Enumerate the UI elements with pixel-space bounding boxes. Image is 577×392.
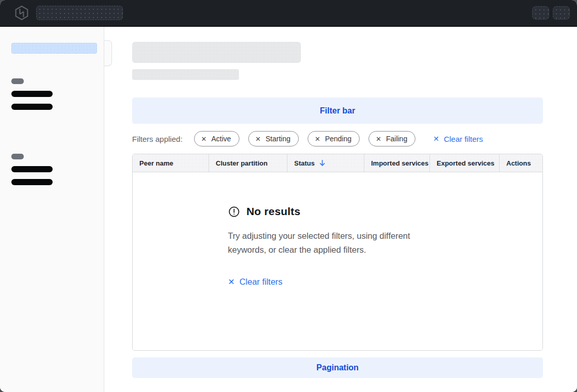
column-header-peer-name[interactable]: Peer name [133, 154, 209, 172]
empty-state-title: No results [247, 205, 301, 218]
main-content: Filter bar Filters applied: ✕ Active ✕ S… [104, 27, 577, 392]
filter-pill-active[interactable]: ✕ Active [194, 131, 239, 146]
pagination-label: Pagination [316, 363, 359, 372]
filter-pill-label: Pending [325, 135, 351, 143]
hashicorp-logo-icon [13, 5, 30, 21]
filter-pill-starting[interactable]: ✕ Starting [248, 131, 299, 146]
table-header-row: Peer name Cluster partition Status [133, 154, 542, 172]
user-menu-placeholder [553, 6, 570, 20]
dismiss-icon: ✕ [376, 136, 381, 142]
page-subtitle-skeleton [132, 69, 239, 80]
sidebar-active-item-skeleton [11, 43, 97, 54]
sort-descending-icon [319, 159, 326, 167]
filter-bar-placeholder: Filter bar [132, 97, 543, 124]
sidebar-nav-item-skeleton [11, 166, 53, 172]
column-header-exported-services[interactable]: Exported services [430, 154, 500, 172]
column-header-actions: Actions [500, 154, 542, 172]
page-title-skeleton [132, 42, 301, 63]
filter-pill-label: Failing [386, 135, 407, 143]
help-button-placeholder [532, 6, 549, 20]
column-header-cluster-partition[interactable]: Cluster partition [209, 154, 287, 172]
table-body: No results Try adjusting your selected f… [133, 172, 542, 350]
clear-filters-button[interactable]: ✕ Clear filters [433, 135, 483, 143]
pagination-placeholder: Pagination [132, 357, 543, 378]
filter-pill-label: Starting [265, 135, 290, 143]
filter-pill-pending[interactable]: ✕ Pending [308, 131, 360, 146]
empty-state: No results Try adjusting your selected f… [228, 172, 447, 350]
peers-table: Peer name Cluster partition Status [132, 154, 543, 351]
clear-icon: ✕ [228, 278, 235, 286]
empty-state-clear-filters-button[interactable]: ✕ Clear filters [228, 277, 283, 287]
applied-filters-row: Filters applied: ✕ Active ✕ Starting ✕ P… [132, 130, 543, 147]
sidebar-section-label-skeleton [11, 154, 24, 159]
clear-filters-label: Clear filters [444, 135, 483, 143]
top-nav-bar [0, 0, 577, 27]
sidebar-nav-item-skeleton [11, 179, 53, 185]
column-header-imported-services[interactable]: Imported services [364, 154, 430, 172]
filter-bar-label: Filter bar [320, 106, 355, 116]
dismiss-icon: ✕ [315, 136, 320, 142]
dismiss-icon: ✕ [201, 136, 207, 142]
empty-state-clear-filters-label: Clear filters [239, 277, 282, 287]
filter-pills: ✕ Active ✕ Starting ✕ Pending ✕ Failing [194, 131, 416, 146]
column-header-status[interactable]: Status [287, 154, 364, 172]
search-input-placeholder [36, 6, 123, 20]
filter-pill-label: Active [211, 135, 231, 143]
sidebar-section-label-skeleton [11, 78, 24, 84]
app-window: Filter bar Filters applied: ✕ Active ✕ S… [0, 0, 577, 392]
sidebar [0, 27, 104, 392]
alert-circle-icon [228, 206, 240, 218]
sidebar-nav-item-skeleton [11, 104, 53, 110]
filters-applied-label: Filters applied: [132, 135, 183, 143]
clear-icon: ✕ [433, 135, 439, 142]
sidebar-collapse-handle[interactable] [104, 40, 112, 66]
sidebar-nav-item-skeleton [11, 91, 53, 97]
empty-state-description: Try adjusting your selected filters, usi… [228, 229, 447, 256]
filter-pill-failing[interactable]: ✕ Failing [368, 131, 415, 146]
dismiss-icon: ✕ [255, 136, 261, 142]
